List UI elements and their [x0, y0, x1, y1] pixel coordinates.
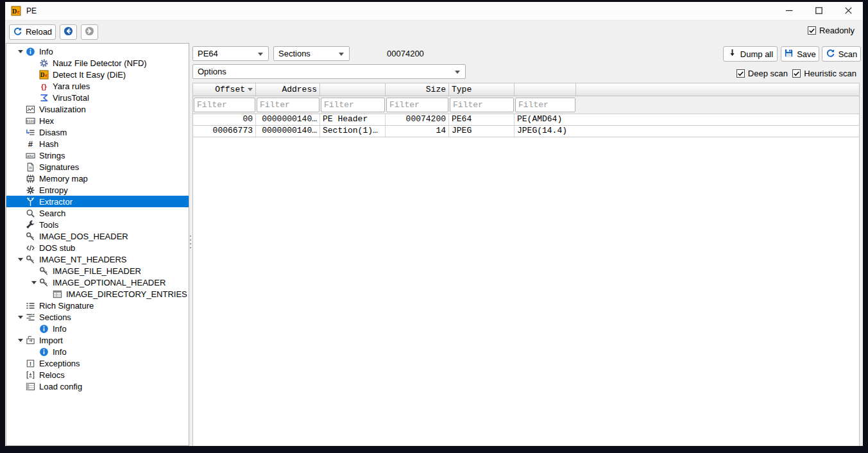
view-mode-select[interactable]: Sections	[273, 46, 350, 61]
sidebar-item-hex[interactable]: 0101Hex	[6, 115, 189, 126]
svg-text:0101: 0101	[26, 119, 35, 123]
yara-icon: {}	[38, 81, 49, 91]
sidebar-item-info[interactable]: Info	[6, 323, 189, 334]
save-button[interactable]: Save	[781, 46, 819, 62]
sidebar-item-virustotal[interactable]: VirusTotal	[6, 92, 189, 103]
back-button[interactable]	[60, 24, 77, 40]
column-header-address[interactable]: Address	[256, 83, 320, 96]
die-logo-icon: De	[38, 69, 49, 80]
window-controls	[774, 2, 863, 20]
main-panel: PE64 Sections 00074200 Dump all Save Sca…	[192, 43, 863, 446]
exceptions-icon: !	[25, 358, 35, 368]
sidebar-item-label: Hash	[39, 139, 58, 149]
sidebar-item-image-nt-headers[interactable]: IMAGE_NT_HEADERS	[6, 253, 189, 265]
dump-all-button[interactable]: Dump all	[723, 46, 778, 62]
top-toolbar: Reload Readonly	[5, 20, 863, 43]
column-header-type[interactable]: Type	[449, 83, 515, 96]
sidebar-item-label: IMAGE_FILE_HEADER	[53, 266, 141, 276]
sidebar-item-relocs[interactable]: Relocs	[6, 369, 189, 380]
memory-map-icon	[25, 173, 35, 184]
filter-input-6[interactable]	[515, 98, 575, 112]
sidebar-item-signatures[interactable]: Signatures	[6, 161, 189, 173]
expander-down-icon[interactable]	[15, 50, 25, 53]
column-header-offset[interactable]: Offset	[193, 83, 256, 96]
column-header-6[interactable]	[515, 83, 576, 96]
table-cell-stretch	[576, 114, 859, 125]
expander-down-icon[interactable]	[15, 339, 25, 342]
strings-icon: abc	[25, 150, 35, 160]
close-button[interactable]	[833, 2, 863, 20]
sidebar-item-image-dos-header[interactable]: IMAGE_DOS_HEADER	[6, 230, 189, 242]
sidebar-item-disasm[interactable]: Disasm	[6, 126, 189, 138]
sidebar-item-visualization[interactable]: Visualization	[6, 103, 189, 115]
reload-button[interactable]: Reload	[9, 24, 56, 40]
expander-down-icon[interactable]	[15, 316, 25, 319]
readonly-label: Readonly	[819, 26, 855, 35]
deep-scan-checkbox[interactable]: Deep scan	[736, 69, 788, 78]
sidebar-item-image-optional-header[interactable]: IMAGE_OPTIONAL_HEADER	[6, 277, 189, 288]
maximize-button[interactable]	[804, 2, 833, 20]
title-bar: De PE	[5, 2, 863, 20]
column-header-size[interactable]: Size	[386, 83, 449, 96]
svg-text:!: !	[30, 360, 31, 366]
sidebar-item-info[interactable]: Info	[6, 346, 189, 357]
table-row[interactable]: 000000000140…PE Header00074200PE64PE(AMD…	[193, 114, 859, 126]
sidebar-item-tools[interactable]: Tools	[6, 219, 189, 230]
column-header-label: Offset	[215, 85, 245, 94]
table-cell-stretch	[576, 126, 859, 137]
sidebar-item-info[interactable]: Info	[6, 46, 189, 57]
filter-input-2[interactable]	[257, 98, 319, 112]
sidebar-item-import[interactable]: Import	[6, 334, 189, 346]
sidebar-item-exceptions[interactable]: !Exceptions	[6, 357, 189, 369]
filter-cell	[386, 98, 449, 112]
heuristic-scan-checkbox[interactable]: Heuristic scan	[792, 69, 856, 78]
sidebar-item-image-file-header[interactable]: IMAGE_FILE_HEADER	[6, 265, 189, 277]
filter-input-1[interactable]	[194, 98, 255, 112]
expander-down-icon[interactable]	[29, 281, 38, 284]
sidebar-item-label: Info	[53, 347, 67, 357]
table-grid-icon	[52, 289, 62, 299]
sidebar-item-entropy[interactable]: Entropy	[6, 184, 189, 196]
app-logo-icon: De	[11, 6, 21, 16]
sidebar-item-hash[interactable]: #Hash	[6, 138, 189, 150]
checkbox-box	[808, 26, 816, 35]
file-format-select[interactable]: PE64	[192, 46, 269, 61]
sidebar-item-label: Detect It Easy (DiE)	[53, 70, 126, 80]
tools-icon	[25, 219, 35, 230]
info-icon	[25, 46, 35, 56]
sidebar-item-nauz-file-detector-nfd[interactable]: Nauz File Detector (NFD)	[6, 57, 189, 69]
sidebar-item-detect-it-easy-die[interactable]: DeDetect It Easy (DiE)	[6, 69, 189, 80]
options-select[interactable]: Options	[192, 64, 466, 79]
filter-input-3[interactable]	[321, 98, 385, 112]
svg-text:D: D	[12, 8, 17, 15]
sidebar-item-search[interactable]: Search	[6, 207, 189, 219]
sidebar-item-yara-rules[interactable]: {}Yara rules	[6, 80, 189, 92]
filter-cell	[256, 98, 320, 112]
table-row[interactable]: 000667730000000140…Section(1)…14JPEGJPEG…	[193, 126, 859, 137]
sidebar-item-strings[interactable]: abcStrings	[6, 150, 189, 161]
sidebar-item-load-config[interactable]: Load config	[6, 380, 189, 392]
sidebar-item-memory-map[interactable]: Memory map	[6, 173, 189, 184]
column-header-3[interactable]	[320, 83, 386, 96]
readonly-checkbox[interactable]: Readonly	[808, 26, 855, 35]
filter-cell	[320, 98, 386, 112]
filter-input-5[interactable]	[450, 98, 514, 112]
sidebar-item-label: Exceptions	[39, 359, 80, 368]
table-header-row: OffsetAddressSizeType	[193, 83, 859, 96]
column-header-label: Size	[426, 85, 446, 94]
table-cell: PE(AMD64)	[515, 114, 576, 125]
sidebar-item-image-directory-entries[interactable]: IMAGE_DIRECTORY_ENTRIES	[6, 288, 189, 300]
expander-down-icon[interactable]	[15, 258, 25, 261]
forward-button[interactable]	[81, 24, 98, 40]
scan-button[interactable]: Scan	[822, 46, 861, 62]
sidebar-item-sections[interactable]: Sections	[6, 311, 189, 323]
sidebar-item-extractor[interactable]: Extractor	[6, 196, 189, 207]
sidebar-item-dos-stub[interactable]: DOS stub	[6, 242, 189, 253]
chevron-down-icon	[339, 53, 344, 56]
minimize-button[interactable]	[774, 2, 804, 20]
sidebar-item-label: Entropy	[39, 185, 68, 195]
sidebar-item-label: Memory map	[39, 174, 88, 184]
sidebar-item-rich-signature[interactable]: Rich Signature	[6, 300, 189, 311]
filter-input-4[interactable]	[386, 98, 448, 112]
heuristic-scan-label: Heuristic scan	[804, 69, 856, 78]
